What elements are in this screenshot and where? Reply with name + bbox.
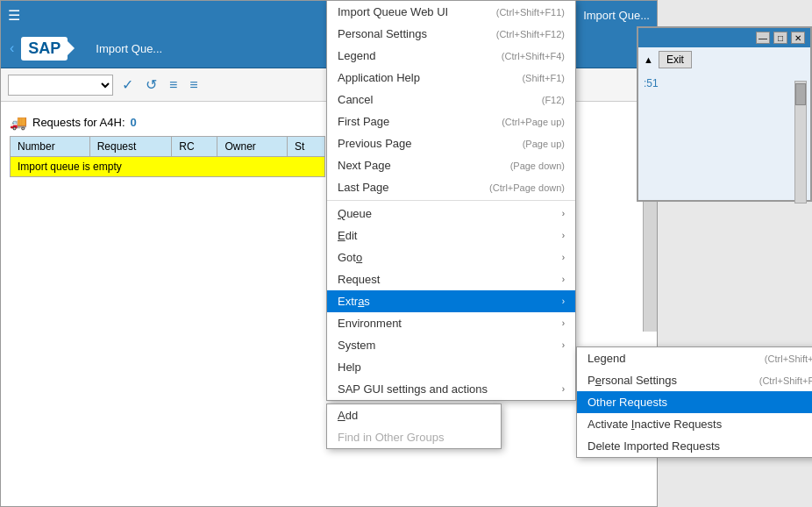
menu-item-system[interactable]: System ›: [327, 334, 575, 356]
secondary-toolbar: ▲ Exit: [638, 47, 810, 72]
menu-item-find-in-other-groups: Find in Other Groups: [327, 426, 501, 448]
menu-label: Goto: [338, 251, 362, 264]
close-button[interactable]: ✕: [791, 32, 805, 44]
col-number: Number: [11, 137, 90, 157]
menu-item-goto[interactable]: Goto ›: [327, 246, 575, 268]
menu-item-sap-gui-settings[interactable]: SAP GUI settings and actions ›: [327, 378, 575, 400]
menu-label: First Page: [338, 115, 389, 128]
col-rc: RC: [172, 137, 217, 157]
menu-shortcut: (Ctrl+Shift+F12): [496, 29, 565, 39]
menu-item-next-page[interactable]: Next Page (Page down): [327, 154, 575, 176]
hamburger-menu-icon[interactable]: ☰: [8, 7, 20, 24]
window-title: Import Que...: [583, 9, 650, 22]
menu-label: System: [338, 339, 375, 352]
submenu-arrow-icon: ›: [562, 275, 565, 284]
menu-label: Request: [338, 273, 380, 286]
menu-shortcut: (Ctrl+Page down): [489, 182, 565, 193]
secondary-title-bar: — □ ✕: [638, 28, 810, 47]
empty-message: Import queue is empty: [11, 157, 325, 177]
data-table: Number Request RC Owner St Import queue …: [10, 136, 325, 177]
scroll-up-icon[interactable]: ▲: [644, 54, 653, 65]
menu-shortcut: (Ctrl+Page up): [502, 117, 565, 127]
menu-label: Cancel: [338, 93, 373, 106]
menu-shortcut: (Page down): [510, 161, 565, 171]
back-button[interactable]: ‹: [10, 40, 14, 56]
time-label: :51: [644, 77, 659, 89]
submenu-arrow-icon: ›: [562, 384, 565, 394]
submenu-arrow-icon: ›: [562, 340, 565, 350]
submenu-arrow-icon: ›: [562, 318, 565, 328]
menu-item-extras-legend[interactable]: Legend (Ctrl+Shift+F4): [577, 347, 812, 369]
toolbar-select[interactable]: [8, 75, 113, 96]
secondary-content: :51: [638, 72, 810, 95]
menu-label: Add: [338, 409, 358, 422]
menu-item-other-requests[interactable]: Other Requests ›: [577, 391, 812, 413]
menu-item-request[interactable]: Request ›: [327, 268, 575, 290]
menu-item-delete-imported[interactable]: Delete Imported Requests: [577, 435, 812, 457]
menu-label: Legend: [588, 352, 625, 365]
menu-item-extras[interactable]: Extras ›: [327, 290, 575, 312]
menu-item-first-page[interactable]: First Page (Ctrl+Page up): [327, 111, 575, 132]
menu-item-edit[interactable]: Edit ›: [327, 225, 575, 246]
menu-label: Personal Settings: [588, 374, 677, 387]
menu-item-environment[interactable]: Environment ›: [327, 312, 575, 334]
menu-item-personal-settings[interactable]: Personal Settings (Ctrl+Shift+F12): [327, 23, 575, 45]
menu-item-add[interactable]: Add: [327, 404, 501, 426]
menu-separator: [327, 200, 575, 201]
col-owner: Owner: [217, 137, 287, 157]
col-request: Request: [89, 137, 172, 157]
restore-button[interactable]: □: [773, 32, 787, 44]
menu-shortcut: (Ctrl+Shift+F4): [765, 353, 812, 364]
menu-label: Application Help: [338, 71, 420, 84]
menu-label: Activate Inactive Requests: [588, 418, 722, 431]
menu-label: Previous Page: [338, 137, 412, 150]
menu-label: Edit: [338, 229, 357, 242]
nav-title: Import Que...: [96, 42, 162, 55]
menu-label: Legend: [338, 49, 375, 62]
menu-shortcut: (Shift+F1): [522, 73, 565, 83]
menu-shortcut: (Ctrl+Shift+F12): [759, 375, 812, 386]
menu-shortcut: (Ctrl+Shift+F4): [502, 51, 565, 61]
submenu-add: Add Find in Other Groups: [326, 403, 502, 449]
submenu-extras: Legend (Ctrl+Shift+F4) Personal Settings…: [576, 346, 812, 458]
menu-item-last-page[interactable]: Last Page (Ctrl+Page down): [327, 176, 575, 198]
secondary-scrollbar-thumb[interactable]: [795, 83, 806, 105]
secondary-scrollbar[interactable]: [794, 81, 807, 204]
menu-label: Queue: [338, 207, 372, 220]
menu-label: Find in Other Groups: [338, 431, 444, 444]
menu-shortcut: (F12): [542, 95, 565, 105]
minimize-button[interactable]: —: [756, 32, 770, 44]
secondary-window: — □ ✕ ▲ Exit :51: [637, 26, 812, 202]
menu-item-legend[interactable]: Legend (Ctrl+Shift+F4): [327, 45, 575, 67]
menu-label: Last Page: [338, 181, 389, 194]
menu-label: Next Page: [338, 159, 391, 172]
menu-label: Delete Imported Requests: [588, 439, 720, 453]
menu-label: Other Requests: [588, 396, 667, 409]
submenu-arrow-icon: ›: [562, 209, 565, 218]
col-st: St: [287, 137, 324, 157]
requests-count: 0: [131, 116, 137, 129]
exit-button[interactable]: Exit: [659, 51, 692, 68]
menu-item-previous-page[interactable]: Previous Page (Page up): [327, 132, 575, 154]
menu-item-application-help[interactable]: Application Help (Shift+F1): [327, 67, 575, 89]
truck-icon: 🚚: [10, 114, 27, 131]
menu-label: SAP GUI settings and actions: [338, 382, 488, 396]
context-menu: Import Queue Web UI (Ctrl+Shift+F11) Per…: [326, 0, 576, 401]
menu-shortcut: (Page up): [523, 139, 565, 149]
menu-item-activate-inactive[interactable]: Activate Inactive Requests: [577, 413, 812, 435]
align-button[interactable]: ≡: [166, 75, 181, 95]
submenu-arrow-icon: ›: [562, 231, 565, 240]
sap-logo: SAP: [21, 37, 68, 61]
requests-text: Requests for A4H:: [32, 116, 125, 129]
menu-item-help[interactable]: Help: [327, 356, 575, 378]
menu-item-queue[interactable]: Queue ›: [327, 203, 575, 225]
more-button[interactable]: ≡: [186, 75, 201, 95]
table-row: Import queue is empty: [11, 157, 325, 177]
confirm-button[interactable]: ✓: [118, 75, 137, 95]
menu-label: Extras: [338, 295, 370, 308]
menu-item-extras-personal-settings[interactable]: Personal Settings (Ctrl+Shift+F12): [577, 369, 812, 391]
menu-item-cancel[interactable]: Cancel (F12): [327, 89, 575, 111]
refresh-button[interactable]: ↺: [142, 75, 160, 95]
submenu-arrow-icon: ›: [562, 296, 565, 306]
menu-item-import-queue-web-ui[interactable]: Import Queue Web UI (Ctrl+Shift+F11): [327, 1, 575, 23]
